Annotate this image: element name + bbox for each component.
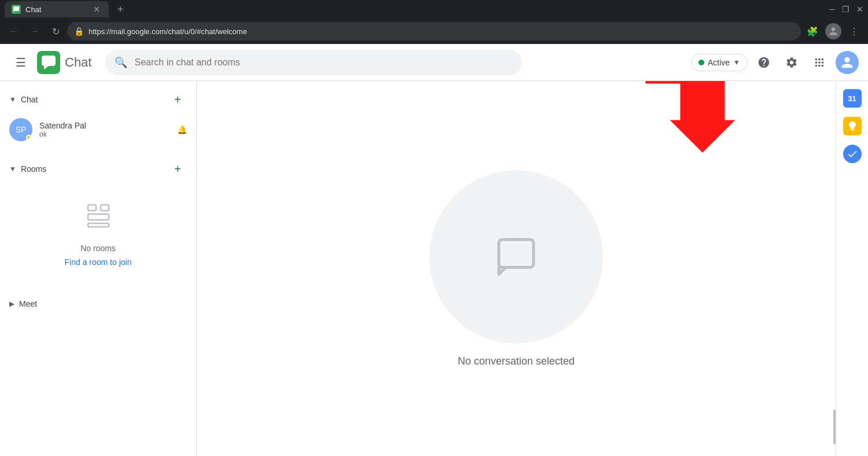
maximize-button[interactable]: ❐ [842,5,849,14]
tab-close-button[interactable]: ✕ [91,4,102,14]
search-input[interactable] [134,57,513,68]
active-status-button[interactable]: Active ▼ [691,54,748,71]
apps-button[interactable] [808,51,831,74]
settings-button[interactable] [780,51,803,74]
app-title: Chat [65,55,91,70]
meet-section-title: Meet [19,299,37,308]
chat-name: Satendra Pal [39,121,170,130]
scrollbar-indicator [833,410,836,444]
active-status-label: Active [708,58,730,67]
no-conversation-text: No conversation selected [458,355,575,367]
keep-icon [843,117,862,135]
browser-tab[interactable]: Chat ✕ [5,1,109,17]
keep-app-button[interactable] [841,115,864,138]
tab-title: Chat [25,5,41,14]
nav-actions: 🧩 ⋮ [803,22,863,41]
chat-info: Satendra Pal ok [39,121,170,138]
calendar-app-button[interactable]: 31 [841,87,864,110]
right-sidebar: 31 [836,44,868,456]
no-conversation-circle [429,170,603,344]
calendar-date: 31 [848,94,856,103]
chat-preview: ok [39,130,170,138]
meet-section-header[interactable]: ▶ Meet [0,295,196,313]
window-controls: ─ ❐ ✕ [829,5,863,14]
active-chevron-icon: ▼ [733,58,740,67]
no-conversation-container: No conversation selected [429,170,603,367]
svg-rect-5 [499,240,534,267]
chat-item[interactable]: SP Satendra Pal ok 🔔 [0,113,196,146]
chat-section-arrow: ▼ [9,95,16,104]
back-button[interactable]: ← [5,22,23,41]
app-container: ☰ Chat 🔍 Active ▼ [0,44,868,456]
chat-logo-icon [37,51,60,74]
rooms-section-arrow: ▼ [9,165,16,173]
chat-section-header[interactable]: ▼ Chat + [0,86,196,113]
rooms-section: ▼ Rooms + No rooms Find a room to join [0,150,196,290]
svg-rect-4 [88,223,109,227]
nav-bar: ← → ↻ 🔒 https://mail.google.com/chat/u/0… [0,19,868,44]
pin-icon: 🔔 [177,125,187,134]
sidebar: ▼ Chat + SP Satendra Pal ok 🔔 ▼ Rooms [0,44,197,456]
svg-rect-1 [88,205,96,211]
url-text: https://mail.google.com/chat/u/0/#chat/w… [89,27,247,36]
more-options-button[interactable]: ⋮ [845,22,863,41]
forward-button[interactable]: → [25,22,44,41]
tasks-icon [843,145,862,163]
avatar: SP [9,118,32,141]
svg-rect-3 [88,214,109,220]
minimize-button[interactable]: ─ [829,5,835,14]
extensions-button[interactable]: 🧩 [803,22,822,41]
user-avatar[interactable] [836,51,859,74]
find-room-link[interactable]: Find a room to join [65,258,132,267]
reload-button[interactable]: ↻ [46,22,65,41]
top-bar-actions: Active ▼ [691,51,859,74]
active-status-dot [698,60,704,65]
rooms-empty-icon [84,201,112,234]
hamburger-menu-button[interactable]: ☰ [9,51,32,74]
new-tab-button[interactable]: + [113,2,127,16]
nav-profile-avatar [825,23,841,39]
tab-favicon [12,5,21,14]
url-bar[interactable]: 🔒 https://mail.google.com/chat/u/0/#chat… [67,22,801,41]
rooms-section-title: Rooms [21,164,168,174]
add-chat-button[interactable]: + [168,90,187,109]
search-icon: 🔍 [115,56,127,69]
search-bar[interactable]: 🔍 [105,50,522,75]
help-button[interactable] [752,51,775,74]
lock-icon: 🔒 [74,27,84,36]
avatar-status [26,135,32,141]
nav-profile-button[interactable] [824,22,843,41]
add-room-button[interactable]: + [168,160,187,178]
meet-section-arrow: ▶ [9,300,14,308]
browser-chrome: Chat ✕ + ─ ❐ ✕ [0,0,868,19]
chat-section: ▼ Chat + SP Satendra Pal ok 🔔 [0,81,196,150]
chat-section-title: Chat [21,95,168,104]
calendar-icon: 31 [843,89,862,108]
rooms-empty-text: No rooms [80,244,116,253]
rooms-section-header[interactable]: ▼ Rooms + [0,155,196,183]
meet-section: ▶ Meet [0,290,196,318]
app-logo: Chat [37,51,91,74]
close-button[interactable]: ✕ [856,5,863,14]
tasks-app-button[interactable] [841,142,864,166]
main-content: No conversation selected [197,44,836,456]
rooms-empty-state: No rooms Find a room to join [0,183,196,285]
svg-rect-2 [101,205,109,211]
top-bar: ☰ Chat 🔍 Active ▼ [0,44,868,81]
